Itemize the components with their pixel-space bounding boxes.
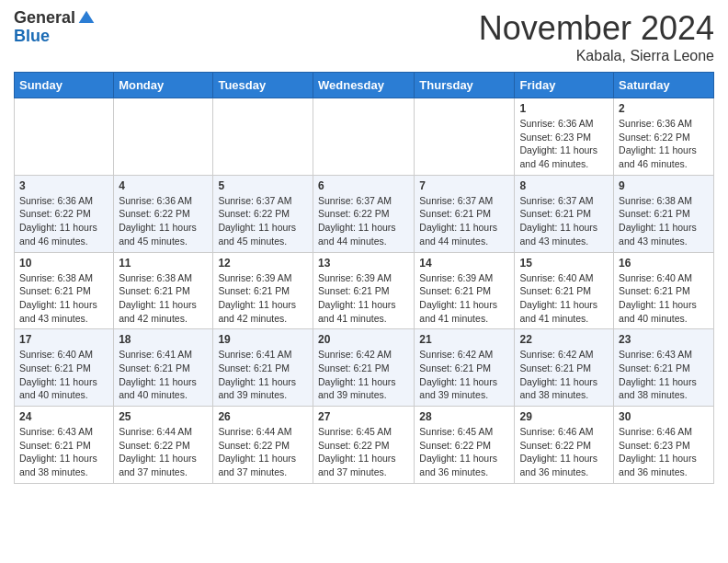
day-number: 25 bbox=[119, 410, 208, 423]
day-number: 21 bbox=[419, 333, 509, 346]
calendar-cell: 29Sunrise: 6:46 AM Sunset: 6:22 PM Dayli… bbox=[515, 407, 614, 484]
day-info: Sunrise: 6:40 AM Sunset: 6:21 PM Dayligh… bbox=[19, 348, 108, 402]
title-block: November 2024 Kabala, Sierra Leone bbox=[479, 9, 714, 64]
month-title: November 2024 bbox=[479, 9, 714, 48]
day-number: 27 bbox=[318, 410, 409, 423]
day-number: 22 bbox=[519, 333, 609, 346]
day-info: Sunrise: 6:36 AM Sunset: 6:23 PM Dayligh… bbox=[519, 117, 609, 171]
day-number: 12 bbox=[218, 257, 308, 270]
calendar-cell: 22Sunrise: 6:42 AM Sunset: 6:21 PM Dayli… bbox=[515, 329, 614, 407]
weekday-header: Saturday bbox=[614, 73, 714, 98]
day-info: Sunrise: 6:46 AM Sunset: 6:22 PM Dayligh… bbox=[519, 425, 609, 479]
day-number: 15 bbox=[519, 257, 609, 270]
day-number: 17 bbox=[19, 333, 108, 346]
weekday-header: Wednesday bbox=[313, 73, 414, 98]
calendar-cell: 5Sunrise: 6:37 AM Sunset: 6:22 PM Daylig… bbox=[213, 175, 313, 252]
day-info: Sunrise: 6:43 AM Sunset: 6:21 PM Dayligh… bbox=[619, 348, 709, 402]
calendar-cell: 17Sunrise: 6:40 AM Sunset: 6:21 PM Dayli… bbox=[15, 329, 114, 407]
calendar-cell: 13Sunrise: 6:39 AM Sunset: 6:21 PM Dayli… bbox=[313, 252, 414, 329]
day-info: Sunrise: 6:42 AM Sunset: 6:21 PM Dayligh… bbox=[419, 348, 509, 402]
calendar-cell: 19Sunrise: 6:41 AM Sunset: 6:21 PM Dayli… bbox=[213, 329, 313, 407]
calendar-week-row: 3Sunrise: 6:36 AM Sunset: 6:22 PM Daylig… bbox=[15, 175, 714, 252]
weekday-header: Thursday bbox=[415, 73, 515, 98]
calendar-cell: 2Sunrise: 6:36 AM Sunset: 6:22 PM Daylig… bbox=[614, 98, 714, 176]
calendar-cell: 8Sunrise: 6:37 AM Sunset: 6:21 PM Daylig… bbox=[515, 175, 614, 252]
day-number: 13 bbox=[318, 257, 409, 270]
day-number: 2 bbox=[619, 102, 709, 115]
day-number: 20 bbox=[318, 333, 409, 346]
calendar-week-row: 24Sunrise: 6:43 AM Sunset: 6:21 PM Dayli… bbox=[15, 407, 714, 484]
calendar-cell: 21Sunrise: 6:42 AM Sunset: 6:21 PM Dayli… bbox=[415, 329, 515, 407]
day-info: Sunrise: 6:45 AM Sunset: 6:22 PM Dayligh… bbox=[419, 425, 509, 479]
day-info: Sunrise: 6:40 AM Sunset: 6:21 PM Dayligh… bbox=[619, 271, 709, 326]
day-number: 16 bbox=[619, 257, 709, 270]
calendar-cell bbox=[415, 98, 515, 176]
day-info: Sunrise: 6:41 AM Sunset: 6:21 PM Dayligh… bbox=[119, 348, 208, 402]
day-number: 28 bbox=[419, 410, 509, 423]
calendar-cell: 16Sunrise: 6:40 AM Sunset: 6:21 PM Dayli… bbox=[614, 252, 714, 329]
calendar-cell: 20Sunrise: 6:42 AM Sunset: 6:21 PM Dayli… bbox=[313, 329, 414, 407]
logo-icon bbox=[77, 9, 96, 28]
calendar-cell bbox=[15, 98, 114, 176]
day-number: 23 bbox=[619, 333, 709, 346]
page: General Blue November 2024 Kabala, Sierr… bbox=[0, 0, 728, 493]
day-info: Sunrise: 6:39 AM Sunset: 6:21 PM Dayligh… bbox=[218, 271, 308, 326]
calendar-header-row: SundayMondayTuesdayWednesdayThursdayFrid… bbox=[15, 73, 714, 98]
day-info: Sunrise: 6:37 AM Sunset: 6:22 PM Dayligh… bbox=[318, 194, 409, 248]
day-info: Sunrise: 6:40 AM Sunset: 6:21 PM Dayligh… bbox=[519, 271, 609, 326]
day-number: 11 bbox=[119, 257, 208, 270]
day-info: Sunrise: 6:41 AM Sunset: 6:21 PM Dayligh… bbox=[218, 348, 308, 402]
day-number: 4 bbox=[119, 179, 208, 192]
calendar-cell: 9Sunrise: 6:38 AM Sunset: 6:21 PM Daylig… bbox=[614, 175, 714, 252]
calendar-cell: 27Sunrise: 6:45 AM Sunset: 6:22 PM Dayli… bbox=[313, 407, 414, 484]
day-info: Sunrise: 6:37 AM Sunset: 6:21 PM Dayligh… bbox=[419, 194, 509, 248]
calendar-cell: 30Sunrise: 6:46 AM Sunset: 6:23 PM Dayli… bbox=[614, 407, 714, 484]
day-number: 24 bbox=[19, 410, 108, 423]
location: Kabala, Sierra Leone bbox=[479, 48, 714, 64]
day-number: 10 bbox=[19, 257, 108, 270]
day-info: Sunrise: 6:37 AM Sunset: 6:21 PM Dayligh… bbox=[519, 194, 609, 248]
logo: General Blue bbox=[14, 9, 96, 46]
calendar-cell: 11Sunrise: 6:38 AM Sunset: 6:21 PM Dayli… bbox=[114, 252, 213, 329]
calendar-cell: 28Sunrise: 6:45 AM Sunset: 6:22 PM Dayli… bbox=[415, 407, 515, 484]
calendar-week-row: 1Sunrise: 6:36 AM Sunset: 6:23 PM Daylig… bbox=[15, 98, 714, 176]
day-info: Sunrise: 6:44 AM Sunset: 6:22 PM Dayligh… bbox=[119, 425, 208, 479]
calendar-cell bbox=[313, 98, 414, 176]
calendar-cell: 26Sunrise: 6:44 AM Sunset: 6:22 PM Dayli… bbox=[213, 407, 313, 484]
logo-blue: Blue bbox=[14, 28, 96, 46]
day-number: 5 bbox=[218, 179, 308, 192]
day-info: Sunrise: 6:45 AM Sunset: 6:22 PM Dayligh… bbox=[318, 425, 409, 479]
day-number: 3 bbox=[19, 179, 108, 192]
day-number: 7 bbox=[419, 179, 509, 192]
day-number: 9 bbox=[619, 179, 709, 192]
calendar-cell: 24Sunrise: 6:43 AM Sunset: 6:21 PM Dayli… bbox=[15, 407, 114, 484]
weekday-header: Friday bbox=[515, 73, 614, 98]
day-info: Sunrise: 6:36 AM Sunset: 6:22 PM Dayligh… bbox=[19, 194, 108, 248]
calendar-cell: 4Sunrise: 6:36 AM Sunset: 6:22 PM Daylig… bbox=[114, 175, 213, 252]
calendar-cell: 25Sunrise: 6:44 AM Sunset: 6:22 PM Dayli… bbox=[114, 407, 213, 484]
calendar-cell: 3Sunrise: 6:36 AM Sunset: 6:22 PM Daylig… bbox=[15, 175, 114, 252]
calendar-cell: 18Sunrise: 6:41 AM Sunset: 6:21 PM Dayli… bbox=[114, 329, 213, 407]
calendar-table: SundayMondayTuesdayWednesdayThursdayFrid… bbox=[14, 72, 714, 484]
calendar-cell bbox=[213, 98, 313, 176]
day-number: 26 bbox=[218, 410, 308, 423]
calendar-cell: 1Sunrise: 6:36 AM Sunset: 6:23 PM Daylig… bbox=[515, 98, 614, 176]
day-info: Sunrise: 6:39 AM Sunset: 6:21 PM Dayligh… bbox=[318, 271, 409, 326]
day-number: 19 bbox=[218, 333, 308, 346]
day-number: 14 bbox=[419, 257, 509, 270]
day-number: 6 bbox=[318, 179, 409, 192]
day-info: Sunrise: 6:38 AM Sunset: 6:21 PM Dayligh… bbox=[119, 271, 208, 326]
day-number: 29 bbox=[519, 410, 609, 423]
calendar-cell: 7Sunrise: 6:37 AM Sunset: 6:21 PM Daylig… bbox=[415, 175, 515, 252]
header: General Blue November 2024 Kabala, Sierr… bbox=[14, 9, 714, 64]
day-info: Sunrise: 6:39 AM Sunset: 6:21 PM Dayligh… bbox=[419, 271, 509, 326]
calendar-cell: 12Sunrise: 6:39 AM Sunset: 6:21 PM Dayli… bbox=[213, 252, 313, 329]
calendar-week-row: 17Sunrise: 6:40 AM Sunset: 6:21 PM Dayli… bbox=[15, 329, 714, 407]
day-info: Sunrise: 6:37 AM Sunset: 6:22 PM Dayligh… bbox=[218, 194, 308, 248]
calendar-week-row: 10Sunrise: 6:38 AM Sunset: 6:21 PM Dayli… bbox=[15, 252, 714, 329]
day-number: 30 bbox=[619, 410, 709, 423]
weekday-header: Monday bbox=[114, 73, 213, 98]
day-info: Sunrise: 6:42 AM Sunset: 6:21 PM Dayligh… bbox=[519, 348, 609, 402]
day-info: Sunrise: 6:44 AM Sunset: 6:22 PM Dayligh… bbox=[218, 425, 308, 479]
day-info: Sunrise: 6:38 AM Sunset: 6:21 PM Dayligh… bbox=[619, 194, 709, 248]
